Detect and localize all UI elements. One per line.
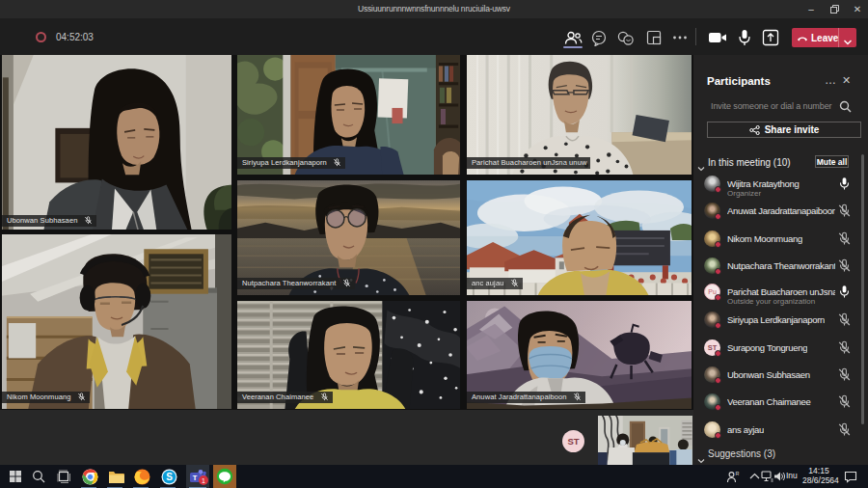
svg-text:T: T xyxy=(193,474,198,482)
svg-text:R: R xyxy=(736,471,740,476)
svg-text:S: S xyxy=(166,472,173,482)
